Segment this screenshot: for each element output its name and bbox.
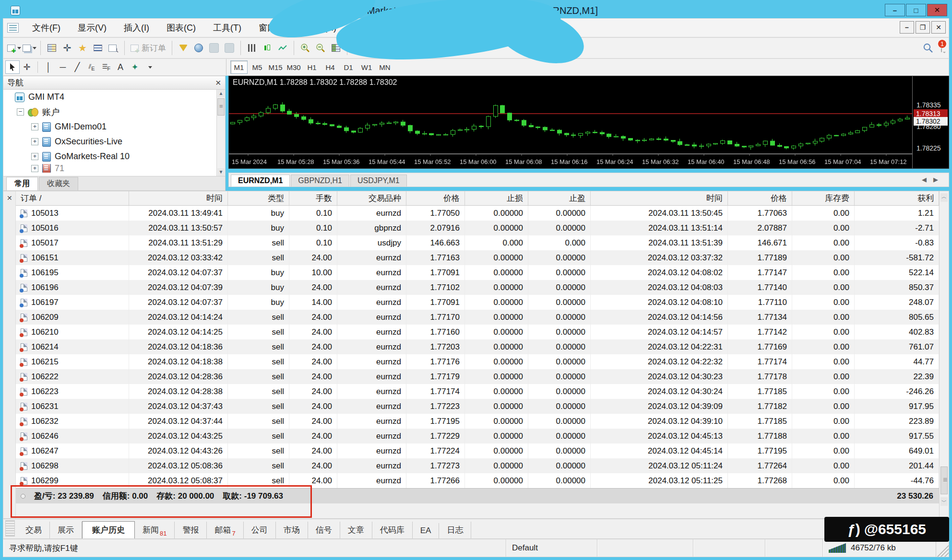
tree-expander-icon[interactable]: −	[17, 108, 24, 116]
table-row[interactable]: 1062312024.03.12 04:37:43sell24.00eurnzd…	[16, 399, 939, 414]
data-window-button[interactable]: ✛	[60, 40, 75, 56]
tree-account-1[interactable]: +OxSecurities-Live	[3, 134, 225, 149]
crosshair-tool-button[interactable]: ✛	[20, 60, 34, 74]
chart-tab-usdjpym1[interactable]: USDJPY,M1	[350, 175, 407, 187]
column-header-6[interactable]: 止损	[465, 191, 528, 205]
line-chart-mode-button[interactable]	[275, 40, 290, 56]
timeframe-h4[interactable]: H4	[321, 60, 339, 74]
column-header-7[interactable]: 止盈	[528, 191, 591, 205]
tree-expander-icon[interactable]: +	[31, 165, 38, 172]
tree-account-0[interactable]: +GMI-Demo01	[3, 119, 225, 134]
table-row[interactable]: 1050172024.03.11 13:51:29sell0.10usdjpy1…	[16, 235, 939, 250]
terminal-tab-市场[interactable]: 市场	[276, 522, 308, 538]
new-chart-button[interactable]: +	[6, 40, 22, 56]
resize-grip-icon[interactable]	[936, 539, 949, 557]
text-tool-button[interactable]: A	[113, 60, 128, 74]
horizontal-line-tool-button[interactable]: ─	[56, 60, 70, 74]
table-row[interactable]: 1062232024.03.12 04:28:38sell24.00eurnzd…	[16, 384, 939, 399]
shapes-dropdown-button[interactable]	[142, 60, 156, 74]
autotrading-button[interactable]	[176, 40, 191, 56]
table-row[interactable]: 1061512024.03.12 03:33:42sell24.00eurnzd…	[16, 250, 939, 265]
terminal-close-icon[interactable]: ✕	[7, 194, 12, 202]
table-row[interactable]: 1062982024.03.12 05:08:36sell24.00eurnzd…	[16, 458, 939, 473]
child-close-button[interactable]: ✕	[931, 21, 946, 34]
zoom-in-button[interactable]	[298, 40, 313, 56]
terminal-button[interactable]	[90, 40, 106, 56]
table-row[interactable]: 1050132024.03.11 13:49:41buy0.10eurnzd1.…	[16, 206, 939, 221]
tree-account-clipped[interactable]: +71	[3, 164, 225, 173]
vertical-line-tool-button[interactable]: │	[41, 60, 56, 74]
scroll-thumb[interactable]	[940, 467, 948, 494]
timeframe-d1[interactable]: D1	[340, 60, 357, 74]
menu-item-1[interactable]: 显示(V)	[69, 19, 115, 37]
column-header-8[interactable]: 时间	[591, 191, 728, 205]
terminal-tab-展示[interactable]: 展示	[50, 522, 82, 538]
terminal-tab-代码库[interactable]: 代码库	[372, 522, 413, 538]
timeframe-mn[interactable]: MN	[376, 60, 393, 74]
market-watch-button[interactable]	[44, 40, 60, 56]
table-row[interactable]: 1062102024.03.12 04:14:25sell24.00eurnzd…	[16, 325, 939, 339]
column-header-2[interactable]: 类型	[228, 191, 289, 205]
tree-expander-icon[interactable]: +	[31, 138, 38, 145]
column-header-10[interactable]: 库存费	[792, 191, 855, 205]
terminal-tab-交易[interactable]: 交易	[18, 522, 50, 538]
maximize-button[interactable]: □	[906, 4, 926, 16]
table-row[interactable]: 1062462024.03.12 04:43:25sell24.00eurnzd…	[16, 429, 939, 443]
timeframe-m30[interactable]: M30	[285, 60, 302, 74]
notifications-button[interactable]: 1	[941, 44, 942, 52]
timeframe-w1[interactable]: W1	[358, 60, 375, 74]
price-chart[interactable]: EURNZD,M1 1.78288 1.78302 1.78288 1.7830…	[228, 76, 949, 169]
table-row[interactable]: 1062222024.03.12 04:28:36sell24.00eurnzd…	[16, 369, 939, 384]
column-header-11[interactable]: 获利	[855, 191, 939, 205]
scroll-thumb[interactable]	[217, 98, 225, 116]
child-restore-button[interactable]: ❐	[916, 21, 930, 34]
table-row[interactable]: 1061972024.03.12 04:07:37buy14.00eurnzd1…	[16, 295, 939, 310]
chart-window-icon[interactable]	[7, 23, 19, 33]
column-header-5[interactable]: 价格	[406, 191, 465, 205]
terminal-tab-邮箱[interactable]: 邮箱7	[207, 522, 243, 538]
profiles-button[interactable]	[22, 40, 37, 56]
table-row[interactable]: 1061952024.03.12 04:07:37buy10.00eurnzd1…	[16, 265, 939, 280]
table-scrollbar[interactable]: ︿ ﹀	[939, 191, 949, 518]
timeframe-h1[interactable]: H1	[303, 60, 321, 74]
column-header-4[interactable]: 交易品种	[337, 191, 406, 205]
navigator-close-icon[interactable]: ✕	[215, 79, 221, 87]
bar-chart-mode-button[interactable]	[244, 40, 260, 56]
table-row[interactable]: 1062092024.03.12 04:14:24sell24.00eurnzd…	[16, 310, 939, 325]
terminal-tab-新闻[interactable]: 新闻81	[135, 522, 175, 538]
terminal-tab-文章[interactable]: 文章	[340, 522, 372, 538]
tab-scroll-right-icon[interactable]: ▶	[933, 176, 945, 183]
cursor-tool-button[interactable]	[5, 60, 20, 74]
panel-grip[interactable]	[5, 520, 15, 537]
column-header-0[interactable]: 订单 /	[16, 191, 129, 205]
menu-item-3[interactable]: 图表(C)	[158, 19, 204, 37]
tree-root-gmi-mt4[interactable]: GMI MT4	[3, 90, 225, 105]
timeframe-m15[interactable]: M15	[267, 60, 284, 74]
channel-tool-button[interactable]: ⫽E	[84, 60, 99, 74]
navigator-tab-常用[interactable]: 常用	[6, 177, 38, 190]
trendline-tool-button[interactable]: ╱	[70, 60, 84, 74]
covered-button-1[interactable]	[206, 40, 222, 56]
covered-button-2[interactable]	[222, 40, 237, 56]
tree-expander-icon[interactable]: +	[31, 153, 38, 160]
expert-advisor-button[interactable]	[191, 40, 206, 56]
status-profile[interactable]: Default	[506, 539, 597, 557]
search-icon[interactable]	[923, 43, 933, 53]
column-header-9[interactable]: 价格	[728, 191, 792, 205]
terminal-tab-EA[interactable]: EA	[413, 523, 440, 538]
chart-tab-eurnzdm1[interactable]: EURNZD,M1	[231, 175, 290, 187]
terminal-tab-日志[interactable]: 日志	[439, 522, 471, 538]
menu-item-0[interactable]: 文件(F)	[24, 19, 69, 37]
table-row[interactable]: 1061962024.03.12 04:07:39buy24.00eurnzd1…	[16, 280, 939, 295]
menu-item-2[interactable]: 插入(I)	[115, 19, 158, 37]
navigator-scrollbar[interactable]: ▲ ▼	[216, 90, 225, 176]
child-minimize-button[interactable]: –	[900, 21, 914, 34]
chart-tab-gbpnzdh1[interactable]: GBPNZD,H1	[291, 175, 349, 187]
minimize-button[interactable]: –	[885, 4, 905, 16]
column-header-3[interactable]: 手数	[289, 191, 337, 205]
terminal-tab-警报[interactable]: 警报	[175, 522, 207, 538]
zoom-out-button[interactable]	[313, 40, 328, 56]
tab-scroll-left-icon[interactable]: ◀	[922, 176, 933, 183]
fibonacci-tool-button[interactable]: ☰F	[99, 60, 113, 74]
arrows-tool-button[interactable]: ✦	[128, 60, 142, 74]
